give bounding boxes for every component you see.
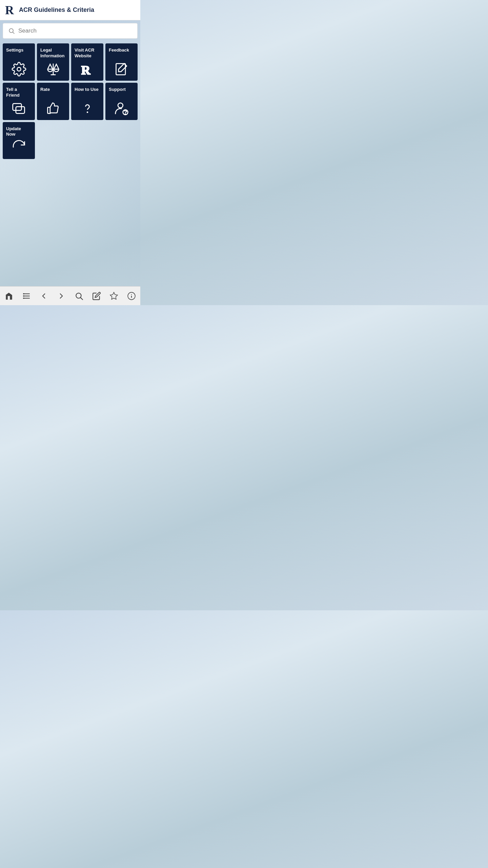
svg-point-0 — [9, 28, 13, 33]
update-now-button[interactable]: Update Now — [3, 122, 35, 159]
back-nav-button[interactable] — [36, 289, 52, 303]
tell-a-friend-button[interactable]: Tell a Friend — [3, 83, 35, 120]
svg-point-12 — [125, 114, 126, 114]
header: R ACR Guidelines & Criteria — [0, 0, 140, 20]
legal-information-button[interactable]: Legal Information — [37, 43, 69, 81]
home-nav-button[interactable] — [1, 289, 17, 303]
search-input[interactable] — [18, 27, 132, 34]
search-nav-icon — [75, 292, 83, 300]
support-button[interactable]: Support — [105, 83, 138, 120]
settings-label: Settings — [6, 47, 23, 53]
search-icon — [8, 27, 15, 34]
star-icon — [109, 292, 118, 300]
update-now-label: Update Now — [6, 126, 32, 138]
how-to-use-label: How to Use — [75, 87, 99, 93]
tell-a-friend-label: Tell a Friend — [6, 87, 32, 98]
list-nav-button[interactable] — [18, 289, 35, 303]
svg-marker-21 — [110, 292, 118, 299]
visit-acr-website-label: Visit ACR Website — [75, 47, 100, 59]
bottom-nav — [0, 286, 140, 305]
home-icon — [4, 292, 13, 300]
back-icon — [39, 292, 48, 300]
legal-information-label: Legal Information — [40, 47, 66, 59]
svg-line-20 — [81, 297, 83, 299]
star-nav-button[interactable] — [106, 289, 122, 303]
svg-point-2 — [17, 67, 21, 71]
how-to-use-button[interactable]: How to Use — [71, 83, 103, 120]
settings-button[interactable]: Settings — [3, 43, 35, 81]
support-label: Support — [109, 87, 126, 93]
svg-point-9 — [87, 112, 88, 113]
feedback-button[interactable]: Feedback — [105, 43, 138, 81]
forward-icon — [57, 292, 66, 300]
person-question-icon — [109, 101, 134, 116]
rate-button[interactable]: Rate — [37, 83, 69, 120]
scales-icon — [40, 62, 66, 77]
spacer — [0, 161, 140, 286]
search-nav-button[interactable] — [71, 289, 87, 303]
info-icon — [127, 292, 136, 300]
thumbsup-icon — [40, 101, 66, 116]
svg-text:R: R — [81, 63, 90, 76]
header-title: ACR Guidelines & Criteria — [19, 6, 94, 14]
header-logo: R — [5, 3, 14, 17]
chat-icon — [6, 101, 32, 116]
edit-icon — [109, 62, 134, 77]
search-bar[interactable] — [3, 23, 138, 39]
question-icon — [75, 101, 100, 116]
grid-container: Settings Legal Information Visit A — [0, 41, 140, 161]
feedback-label: Feedback — [109, 47, 129, 53]
info-nav-button[interactable] — [123, 289, 140, 303]
edit-nav-icon — [92, 292, 101, 300]
acr-logo-icon: R — [75, 62, 100, 77]
visit-acr-website-button[interactable]: Visit ACR Website R — [71, 43, 103, 81]
svg-point-10 — [118, 103, 123, 108]
list-icon — [22, 292, 31, 300]
rate-label: Rate — [40, 87, 50, 93]
forward-nav-button[interactable] — [53, 289, 69, 303]
svg-line-1 — [13, 32, 15, 34]
gear-icon — [6, 62, 32, 77]
edit-nav-button[interactable] — [88, 289, 105, 303]
refresh-icon — [6, 140, 32, 155]
